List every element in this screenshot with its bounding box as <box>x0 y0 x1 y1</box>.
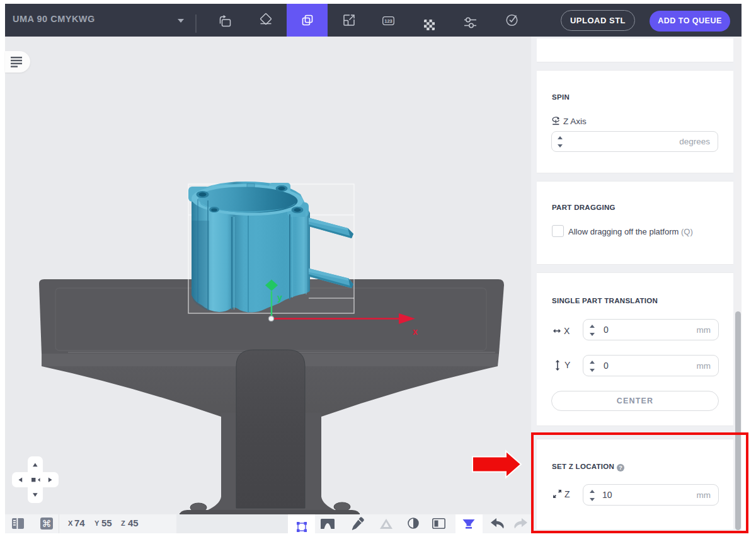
svg-text:y: y <box>277 292 282 303</box>
svg-text:x: x <box>413 327 418 337</box>
svg-text:123: 123 <box>384 18 392 24</box>
svg-text:⌘: ⌘ <box>42 518 52 529</box>
